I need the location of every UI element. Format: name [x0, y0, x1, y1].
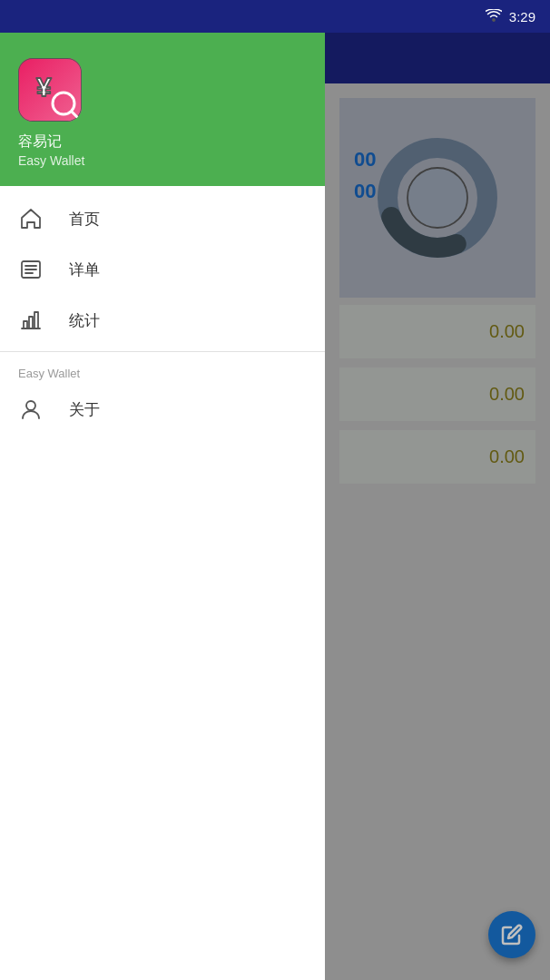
nav-item-home[interactable]: 首页 — [0, 193, 325, 244]
nav-label-home: 首页 — [69, 209, 100, 230]
svg-point-12 — [26, 401, 35, 410]
app-icon: ¥ — [18, 58, 82, 122]
nav-label-detail: 详单 — [69, 260, 100, 280]
app-name-zh: 容易记 — [18, 132, 62, 152]
drawer-nav: 首页 详单 — [0, 186, 325, 980]
nav-item-detail[interactable]: 详单 — [0, 244, 325, 295]
app-name-en: Easy Wallet — [18, 153, 84, 168]
drawer: ¥ 容易记 Easy Wallet 首页 — [0, 33, 325, 980]
wifi-icon — [486, 9, 502, 24]
svg-rect-10 — [29, 317, 33, 328]
nav-divider — [0, 351, 325, 352]
drawer-header: ¥ 容易记 Easy Wallet — [0, 33, 325, 186]
nav-label-about: 关于 — [69, 399, 100, 420]
main-container: ¥ 容易记 Easy Wallet 首页 — [0, 33, 550, 980]
main-content: 00 00 0.00 0.00 — [325, 33, 550, 980]
svg-rect-11 — [34, 312, 38, 328]
status-time: 3:29 — [509, 9, 535, 24]
nav-item-about[interactable]: 关于 — [0, 384, 325, 435]
svg-text:¥: ¥ — [36, 72, 52, 102]
status-bar-right: 3:29 — [486, 9, 535, 24]
nav-label-stats: 统计 — [69, 310, 100, 331]
status-bar: 3:29 — [0, 0, 550, 33]
nav-item-stats[interactable]: 统计 — [0, 295, 325, 346]
scrim-overlay — [325, 33, 550, 980]
list-icon — [18, 257, 44, 282]
svg-rect-9 — [24, 321, 27, 328]
home-icon — [18, 206, 44, 231]
person-icon — [18, 397, 44, 422]
nav-section-label: Easy Wallet — [0, 358, 325, 384]
chart-icon — [18, 308, 44, 333]
